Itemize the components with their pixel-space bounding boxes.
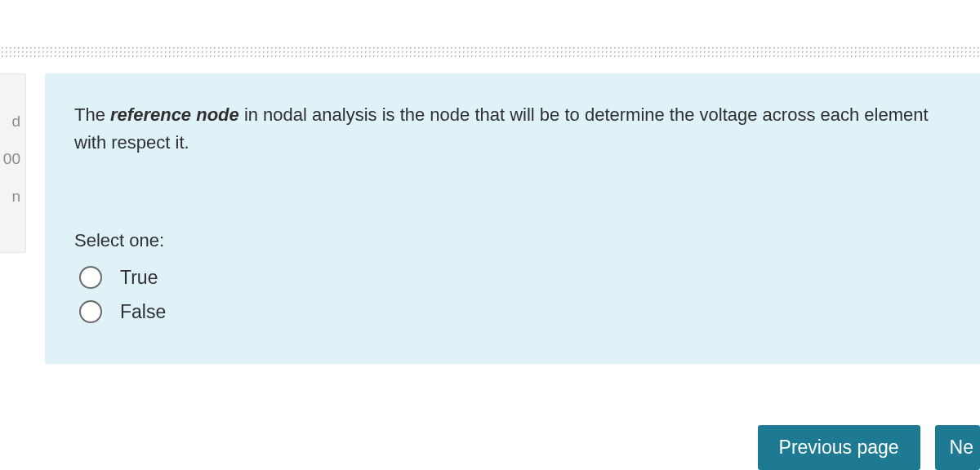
select-one-prompt: Select one:	[74, 230, 951, 251]
question-text: The reference node in nodal analysis is …	[74, 101, 951, 157]
radio-true[interactable]	[79, 266, 102, 289]
question-card: The reference node in nodal analysis is …	[45, 73, 980, 364]
divider-dotted	[0, 46, 980, 59]
question-info-panel: d 00 n	[0, 73, 26, 253]
question-text-pre: The	[74, 104, 110, 125]
option-false-row[interactable]: False	[79, 300, 951, 323]
option-true-label[interactable]: True	[120, 267, 158, 289]
radio-false[interactable]	[79, 300, 102, 323]
answer-block: Select one: True False	[74, 230, 951, 323]
previous-page-button[interactable]: Previous page	[758, 425, 920, 470]
next-page-button[interactable]: Ne	[935, 425, 980, 470]
option-true-row[interactable]: True	[79, 266, 951, 289]
option-false-label[interactable]: False	[120, 301, 166, 323]
question-text-emph: reference node	[110, 104, 239, 125]
sidebar-fragment: d	[0, 107, 20, 144]
sidebar-fragment: n	[0, 182, 20, 219]
nav-buttons: Previous page Ne	[758, 425, 980, 470]
sidebar-fragment: 00	[0, 144, 20, 182]
